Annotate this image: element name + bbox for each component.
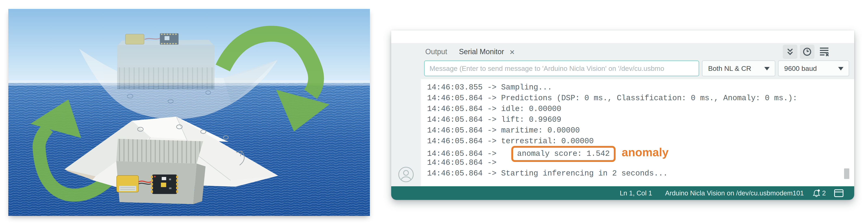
serial-line: 14:46:05.864 -> — [427, 157, 496, 168]
serial-line: 14:46:03.855 -> Sampling... — [427, 82, 552, 93]
message-input[interactable] — [424, 61, 699, 76]
toggle-panel-button[interactable] — [834, 189, 844, 197]
double-chevron-down-icon — [785, 47, 795, 56]
line-ending-select[interactable]: Both NL & CR — [702, 61, 775, 76]
screenshot-root: Output Serial Monitor ✕ — [0, 0, 868, 223]
clear-output-button[interactable] — [817, 45, 832, 59]
chevron-down-icon — [764, 67, 770, 70]
panel-toolbar — [783, 45, 832, 59]
serial-line: 14:46:05.864 -> maritime: 0.00000 — [427, 125, 580, 136]
battery-ghost — [125, 34, 144, 44]
tab-output[interactable]: Output — [425, 47, 447, 56]
serial-line: 14:46:05.864 -> lift: 0.99609 — [427, 114, 561, 125]
account-button[interactable] — [397, 166, 415, 183]
serial-line: 14:46:05.864 -> terrestrial: 0.00000 — [427, 136, 594, 147]
bell-icon — [813, 189, 820, 197]
boat-flip-svg — [8, 9, 370, 216]
collapse-panel-button[interactable] — [783, 45, 797, 59]
scrollbar-thumb[interactable] — [844, 168, 849, 179]
boat-flip-illustration — [8, 9, 370, 216]
serial-monitor-panel: Output Serial Monitor ✕ — [391, 30, 854, 200]
panel-toggle-icon — [834, 189, 844, 197]
notifications-button[interactable]: 2 — [813, 189, 826, 197]
notification-count: 2 — [822, 189, 826, 197]
serial-line: 14:46:05.864 -> idle: 0.00000 — [427, 103, 561, 114]
account-icon — [397, 166, 415, 183]
board-port-label[interactable]: Arduino Nicla Vision on /dev/cu.usbmodem… — [665, 189, 804, 197]
close-icon[interactable]: ✕ — [509, 48, 515, 56]
baud-rate-select[interactable]: 9600 baud — [778, 61, 849, 76]
tab-serial-monitor[interactable]: Serial Monitor — [459, 47, 504, 56]
serial-line-prefix: 14:46:05.864 -> — [427, 149, 501, 158]
anomaly-annotation: anomaly — [622, 146, 669, 159]
panel-tabs: Output Serial Monitor ✕ — [425, 43, 515, 61]
baud-rate-value: 9600 baud — [784, 65, 817, 72]
serial-line: 14:46:05.864 -> Predictions (DSP: 0 ms.,… — [427, 93, 797, 103]
anomaly-score-highlight: anomaly score: 1.542 — [511, 146, 616, 162]
serial-line: 14:46:05.864 -> Starting inferencing in … — [427, 168, 668, 179]
serial-output[interactable]: 14:46:03.855 -> Sampling... 14:46:05.864… — [421, 79, 854, 186]
timestamp-toggle-button[interactable] — [800, 45, 814, 59]
chevron-down-icon — [838, 67, 843, 70]
editor-bottom-strip — [391, 30, 854, 43]
serial-input-row: Both NL & CR 9600 baud — [424, 61, 849, 76]
status-bar: Ln 1, Col 1 Arduino Nicla Vision on /dev… — [391, 186, 854, 200]
cursor-position[interactable]: Ln 1, Col 1 — [620, 189, 652, 197]
line-ending-value: Both NL & CR — [708, 65, 751, 72]
clear-output-icon — [819, 46, 830, 57]
serial-line-anomaly: 14:46:05.864 -> anomaly score: 1.542anom… — [427, 147, 669, 157]
clock-icon — [802, 47, 812, 57]
